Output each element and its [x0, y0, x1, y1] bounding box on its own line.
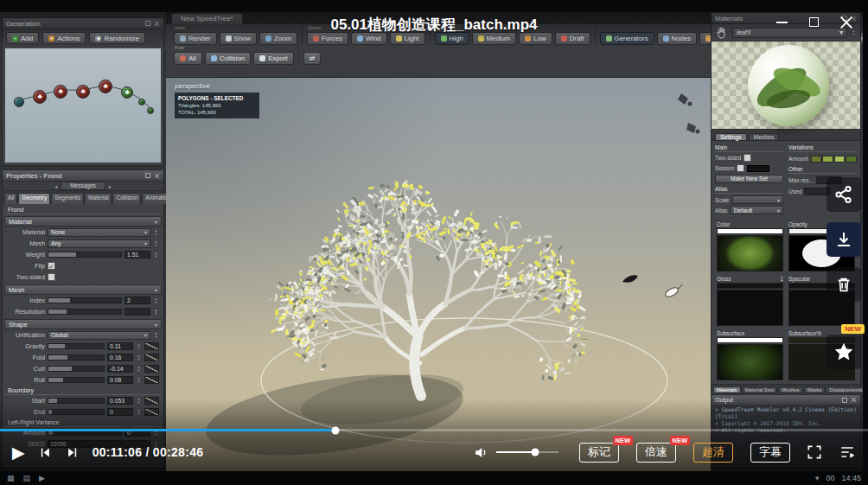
atlas-dropdown[interactable]: Default▾: [731, 206, 783, 214]
stepper[interactable]: ▲▼: [153, 252, 159, 258]
player-option-button[interactable]: 字幕: [750, 443, 790, 463]
variation-swatch[interactable]: [822, 156, 833, 163]
asset-tab[interactable]: Material Sets: [742, 386, 778, 393]
stepper[interactable]: ▲▼: [153, 240, 159, 247]
asset-tab[interactable]: Displacements: [826, 386, 865, 393]
slider-index[interactable]: [48, 297, 122, 303]
curve-editor[interactable]: [144, 376, 159, 384]
curve-editor[interactable]: [144, 354, 159, 361]
material-preview-sphere[interactable]: [748, 45, 829, 126]
value-fold[interactable]: 0.16: [107, 354, 133, 361]
toolbar-button-export[interactable]: Export: [253, 52, 294, 65]
arrow-left-icon[interactable]: ◂: [54, 183, 57, 189]
next-button[interactable]: [66, 446, 79, 459]
value-curl[interactable]: -0.14: [107, 365, 133, 373]
generator-node[interactable]: [138, 99, 145, 105]
taskbar-app-icon[interactable]: ▤: [23, 475, 31, 482]
season-checkbox[interactable]: [737, 164, 744, 172]
curve-editor[interactable]: [144, 342, 159, 350]
stepper[interactable]: ▲▼: [136, 354, 142, 361]
dropdown-mesh[interactable]: Any▾: [48, 239, 150, 248]
curve-editor[interactable]: [144, 397, 159, 405]
properties-tab[interactable]: Geometry: [18, 193, 50, 204]
stepper[interactable]: ▲▼: [153, 309, 159, 316]
value-resolution[interactable]: [124, 308, 150, 316]
volume-handle[interactable]: [531, 449, 539, 456]
stepper[interactable]: ▲▼: [136, 409, 142, 416]
map-thumbnail[interactable]: [717, 235, 783, 271]
playlist-button[interactable]: [839, 444, 856, 461]
properties-tab[interactable]: Collision: [112, 193, 141, 204]
float-panel-icon[interactable]: [842, 398, 847, 403]
season-field[interactable]: [747, 165, 769, 172]
slider-roll[interactable]: [48, 377, 105, 383]
generator-node[interactable]: [147, 107, 154, 114]
value-weight[interactable]: 1.51: [124, 251, 150, 258]
map-swatch[interactable]: [717, 228, 783, 234]
materials-tab[interactable]: Settings: [715, 133, 747, 140]
float-panel-icon[interactable]: [145, 173, 150, 178]
scale-dropdown[interactable]: ▾: [732, 195, 784, 204]
dropdown-unification[interactable]: Global▾: [48, 331, 150, 340]
value-start[interactable]: 0.053: [107, 397, 133, 405]
favorite-button[interactable]: NEW: [827, 335, 861, 369]
slider-curl[interactable]: [48, 366, 105, 372]
section-header-material[interactable]: Material▾: [4, 216, 162, 227]
volume-slider[interactable]: [496, 451, 558, 453]
stepper[interactable]: ▲▼: [136, 366, 142, 373]
slider-gravity[interactable]: [48, 343, 105, 349]
materials-tab[interactable]: Meshes: [749, 133, 780, 140]
value-end[interactable]: 0: [107, 408, 133, 416]
messages-toggle[interactable]: Messages: [61, 182, 105, 190]
map-swatch[interactable]: [717, 337, 783, 343]
value-index[interactable]: 2: [124, 297, 150, 304]
viewport-3d[interactable]: perspective POLYGONS - SELECTED Triangle…: [166, 78, 711, 471]
curve-editor[interactable]: [144, 408, 159, 416]
player-option-button[interactable]: 超清: [693, 443, 733, 463]
slider-end[interactable]: [48, 409, 105, 415]
map-swatch[interactable]: [717, 283, 783, 289]
properties-tab[interactable]: Material: [85, 193, 112, 204]
taskbar-app-icon[interactable]: ▦: [7, 475, 15, 482]
slider-fold[interactable]: [48, 354, 105, 361]
dropdown-material[interactable]: None▾: [48, 228, 150, 237]
properties-tab[interactable]: Segments: [51, 193, 84, 204]
section-header-shape[interactable]: Shape▾: [4, 319, 162, 329]
generator-node[interactable]: ♣: [121, 86, 133, 99]
stepper[interactable]: ▲▼: [136, 398, 142, 405]
generator-node[interactable]: [14, 97, 24, 107]
checkbox-two-sided[interactable]: [48, 273, 55, 281]
maximize-button[interactable]: [807, 16, 820, 29]
toolbar-button-all[interactable]: All: [174, 52, 202, 65]
stepper[interactable]: ▲▼: [136, 343, 142, 350]
play-button[interactable]: ▶: [12, 444, 25, 461]
status-icon[interactable]: ▾: [815, 475, 820, 482]
toolbar-button-collision[interactable]: Collision: [205, 52, 251, 65]
stepper[interactable]: ▲▼: [153, 229, 159, 236]
variation-swatch[interactable]: [811, 156, 822, 163]
map-value[interactable]: 1: [780, 276, 783, 282]
asset-tab[interactable]: Masks: [804, 386, 826, 393]
make-new-set-button[interactable]: Make New Set: [715, 175, 783, 183]
curve-editor[interactable]: [144, 365, 159, 373]
map-thumbnail[interactable]: [717, 290, 783, 326]
value-roll[interactable]: 0.08: [107, 376, 133, 384]
slider-weight[interactable]: [48, 252, 122, 258]
camera-label[interactable]: perspective: [175, 82, 210, 90]
generator-node[interactable]: ♣: [33, 90, 47, 104]
node-graph[interactable]: ♣ ♣ ♣ ♣ ♣: [5, 48, 161, 163]
taskbar-app-icon[interactable]: ▶: [39, 475, 45, 482]
minimize-button[interactable]: [775, 16, 788, 29]
close-button[interactable]: [839, 16, 852, 29]
two-sided-checkbox[interactable]: [744, 154, 751, 162]
fullscreen-button[interactable]: [806, 444, 823, 461]
seek-handle[interactable]: [331, 426, 339, 434]
stepper[interactable]: ▲▼: [153, 332, 159, 339]
checkbox-flip[interactable]: ✓: [48, 262, 55, 270]
close-panel-icon[interactable]: [154, 173, 160, 179]
previous-button[interactable]: [39, 446, 52, 459]
generator-node[interactable]: ♣: [99, 80, 112, 93]
stepper[interactable]: ▲▼: [136, 377, 142, 384]
generator-node[interactable]: ♣: [54, 85, 67, 99]
player-option-button[interactable]: 倍速 NEW: [636, 443, 676, 463]
